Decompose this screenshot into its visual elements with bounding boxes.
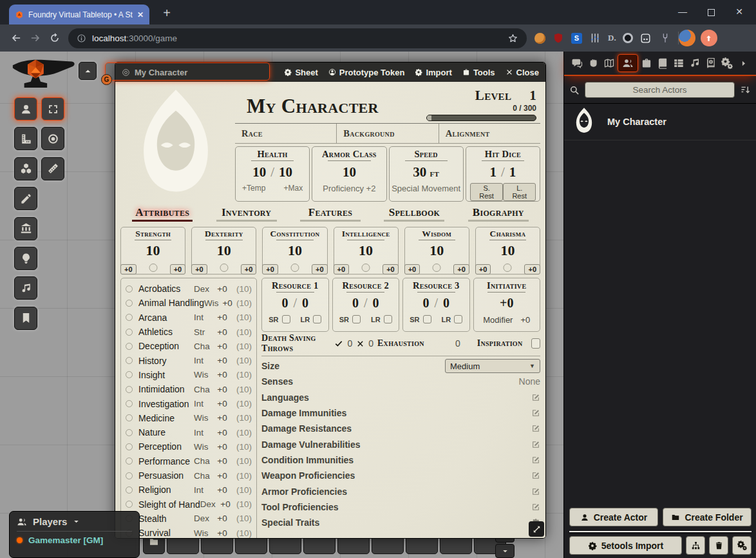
window-resize-handle[interactable] [529, 521, 544, 537]
ability-value[interactable]: 10 [192, 244, 256, 258]
skill-row[interactable]: PerformanceCha+0(10) [126, 454, 252, 468]
tab-features[interactable]: Features [288, 206, 372, 222]
skill-row[interactable]: PersuasionCha+0(10) [126, 468, 252, 483]
skill-row[interactable]: ReligionInt+0(10) [126, 483, 252, 497]
5etools-import-button[interactable]: 5etools Import [569, 536, 682, 555]
sidebar-tab-collapse[interactable] [735, 54, 751, 72]
sidebar-tab-settings[interactable] [719, 54, 735, 72]
lr-checkbox[interactable] [313, 315, 321, 323]
ac-value[interactable]: 10 [312, 164, 386, 180]
proficiency-radio[interactable] [362, 264, 370, 272]
maximize-button[interactable] [697, 1, 725, 22]
save-mod[interactable]: +0 [404, 264, 421, 274]
player-gamemaster[interactable]: Gamemaster [GM] [17, 535, 132, 545]
skill-prof-radio[interactable] [126, 457, 133, 465]
skill-row[interactable]: InsightWis+0(10) [126, 368, 252, 382]
tab-biography[interactable]: Biography [457, 206, 540, 222]
sidebar-tab-chat[interactable] [569, 54, 585, 72]
skill-prof-radio[interactable] [126, 285, 133, 293]
edit-icon[interactable] [531, 393, 540, 402]
edit-icon[interactable] [531, 424, 540, 433]
check-mod[interactable]: +0 [241, 264, 257, 274]
speed-value[interactable]: 30 ft [390, 164, 463, 180]
level-display[interactable]: Level1 [426, 88, 536, 104]
sidebar-tab-compendium[interactable] [703, 54, 719, 72]
sr-checkbox[interactable] [423, 315, 431, 323]
ublock-extension-icon[interactable] [552, 32, 565, 44]
delete-button[interactable] [709, 536, 728, 555]
tools-button[interactable]: Tools [462, 68, 495, 77]
skill-row[interactable]: ArcanaInt+0(10) [126, 311, 252, 325]
target-tool-button[interactable] [41, 127, 64, 150]
skill-row[interactable]: NatureInt+0(10) [126, 425, 252, 439]
close-window-button[interactable]: ✕ [725, 1, 753, 22]
sidebar-tab-playlists[interactable] [687, 54, 703, 72]
skill-prof-radio[interactable] [126, 386, 133, 393]
save-mod[interactable]: +0 [191, 264, 207, 274]
create-actor-button[interactable]: Create Actor [569, 508, 658, 526]
skill-prof-radio[interactable] [126, 501, 133, 508]
sort-folders-icon[interactable] [740, 84, 751, 95]
short-rest-button[interactable]: S. Rest [470, 183, 504, 201]
save-mod[interactable]: +0 [262, 264, 278, 274]
proficiency-radio[interactable] [433, 264, 441, 272]
lighting-controls-button[interactable] [14, 247, 37, 270]
skill-row[interactable]: AthleticsStr+0(10) [126, 325, 252, 339]
drawing-controls-button[interactable] [14, 187, 37, 210]
proficiency-radio[interactable] [220, 264, 228, 272]
skill-prof-radio[interactable] [126, 343, 133, 350]
character-name[interactable]: My Character [247, 96, 379, 116]
proficiency-radio[interactable] [290, 264, 299, 272]
sidebar-tab-journal[interactable] [655, 54, 670, 72]
sidebar-tab-actors[interactable] [618, 54, 638, 72]
edit-icon[interactable] [531, 471, 540, 480]
browser-update-button[interactable] [701, 30, 717, 46]
token-controls-button[interactable] [14, 97, 37, 120]
site-info-icon[interactable] [77, 34, 86, 43]
s-extension-icon[interactable]: S [571, 33, 582, 44]
actor-list-item[interactable]: My Character [564, 103, 756, 140]
ability-value[interactable]: 10 [334, 244, 398, 258]
skill-prof-radio[interactable] [126, 371, 133, 378]
new-tab-button[interactable]: + [158, 5, 175, 22]
lens-extension-icon[interactable] [623, 33, 633, 43]
check-mod[interactable]: +0 [383, 264, 399, 274]
edit-icon[interactable] [531, 440, 540, 449]
exhaustion-value[interactable]: 0 [455, 338, 460, 349]
death-failure-count[interactable]: 0 [368, 338, 373, 349]
tab-attributes[interactable]: Attributes [120, 206, 204, 222]
death-success-icon[interactable] [334, 339, 343, 348]
skill-prof-radio[interactable] [126, 472, 133, 479]
save-mod[interactable]: +0 [334, 264, 350, 274]
skill-prof-radio[interactable] [126, 443, 133, 450]
skill-row[interactable]: InvestigationInt+0(10) [126, 396, 252, 410]
initiative-value[interactable]: +0 [474, 296, 540, 311]
death-failure-icon[interactable] [356, 340, 364, 348]
sidebar-tab-items[interactable] [639, 54, 654, 72]
sliders-extension-icon[interactable] [589, 32, 601, 44]
field-alignment[interactable]: Alignment [439, 124, 540, 143]
reload-button[interactable] [45, 32, 64, 44]
save-mod[interactable]: +0 [475, 264, 491, 274]
sidebar-tab-scenes[interactable] [601, 54, 617, 72]
size-select[interactable]: Medium▼ [445, 359, 540, 373]
edit-icon[interactable] [531, 503, 540, 512]
long-rest-button[interactable]: L. Rest [503, 183, 536, 201]
d-extension-icon[interactable]: D. [608, 33, 616, 43]
measure-controls-button[interactable] [14, 127, 37, 150]
check-mod[interactable]: +0 [453, 264, 469, 274]
skill-row[interactable]: AcrobaticsDex+0(10) [126, 282, 252, 296]
skill-prof-radio[interactable] [126, 486, 133, 494]
skill-prof-radio[interactable] [126, 357, 133, 364]
skill-row[interactable]: PerceptionWis+0(10) [126, 439, 252, 454]
browser-profile-avatar[interactable] [679, 30, 695, 46]
sidebar-tab-combat[interactable] [585, 54, 601, 72]
skill-row[interactable]: StealthDex+0(10) [126, 512, 252, 526]
skill-row[interactable]: DeceptionCha+0(10) [126, 339, 252, 353]
lr-checkbox[interactable] [384, 315, 392, 323]
character-portrait[interactable] [120, 84, 231, 199]
minimize-button[interactable]: — [668, 1, 697, 22]
ruler-tool-button[interactable] [41, 157, 64, 180]
bookmark-star-icon[interactable] [507, 33, 518, 44]
address-bar[interactable]: localhost:30000/game [68, 28, 527, 48]
